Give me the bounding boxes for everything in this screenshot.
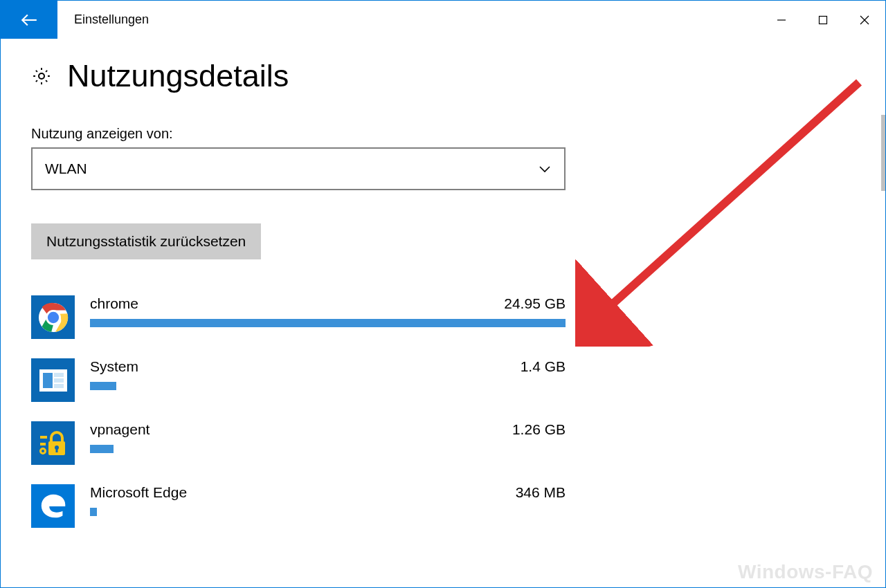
app-row: Microsoft Edge 346 MB <box>31 476 566 539</box>
svg-point-5 <box>39 73 44 79</box>
app-name: Microsoft Edge <box>90 484 187 501</box>
chrome-icon <box>31 295 75 339</box>
window-title: Einstellungen <box>57 1 761 39</box>
usage-bar-fill <box>90 508 97 516</box>
svg-rect-12 <box>54 378 64 383</box>
arrow-left-icon <box>20 11 38 29</box>
page-header: Nutzungsdetails <box>31 58 855 94</box>
back-button[interactable] <box>1 1 57 39</box>
app-name: System <box>90 358 138 375</box>
app-name: chrome <box>90 295 138 312</box>
close-button[interactable] <box>844 1 885 39</box>
page-title: Nutzungsdetails <box>67 58 289 94</box>
usage-bar-fill <box>90 445 114 453</box>
close-icon <box>860 15 869 25</box>
scrollbar-thumb[interactable] <box>881 115 885 191</box>
gear-icon <box>31 66 52 86</box>
app-usage: 24.95 GB <box>504 295 566 312</box>
app-row: chrome 24.95 GB <box>31 287 566 350</box>
app-usage-list: chrome 24.95 GB <box>31 287 566 539</box>
svg-rect-17 <box>40 436 47 439</box>
svg-rect-16 <box>55 448 57 452</box>
system-icon <box>31 358 75 402</box>
content-area: Nutzungsdetails Nutzung anzeigen von: WL… <box>1 39 885 539</box>
network-filter-dropdown[interactable]: WLAN <box>31 147 566 190</box>
settings-window: Einstellungen Nutzungsdetails <box>0 0 886 588</box>
maximize-icon <box>818 15 828 25</box>
svg-rect-11 <box>54 373 64 377</box>
minimize-button[interactable] <box>761 1 802 39</box>
usage-bar <box>90 508 566 516</box>
app-usage: 1.4 GB <box>521 358 566 375</box>
usage-bar-fill <box>90 382 116 390</box>
app-usage: 346 MB <box>516 484 566 501</box>
usage-bar-fill <box>90 319 566 327</box>
svg-point-19 <box>40 448 45 453</box>
usage-bar <box>90 382 566 390</box>
watermark: Windows-FAQ <box>738 561 873 583</box>
dropdown-value: WLAN <box>45 160 87 177</box>
svg-rect-13 <box>54 384 64 388</box>
svg-rect-2 <box>820 16 827 24</box>
minimize-icon <box>777 15 786 25</box>
window-controls <box>761 1 885 39</box>
app-usage: 1.26 GB <box>512 421 566 438</box>
maximize-button[interactable] <box>802 1 844 39</box>
usage-bar <box>90 319 566 327</box>
vpn-lock-icon <box>31 421 75 465</box>
usage-bar <box>90 445 566 453</box>
filter-label: Nutzung anzeigen von: <box>31 126 855 142</box>
titlebar: Einstellungen <box>1 1 885 39</box>
app-row: System 1.4 GB <box>31 350 566 413</box>
chevron-down-icon <box>538 162 552 176</box>
reset-usage-button[interactable]: Nutzungsstatistik zurücksetzen <box>31 223 261 259</box>
edge-icon <box>31 484 75 528</box>
app-row: vpnagent 1.26 GB <box>31 413 566 476</box>
svg-rect-10 <box>43 373 53 388</box>
app-name: vpnagent <box>90 421 150 438</box>
svg-rect-18 <box>40 443 46 445</box>
